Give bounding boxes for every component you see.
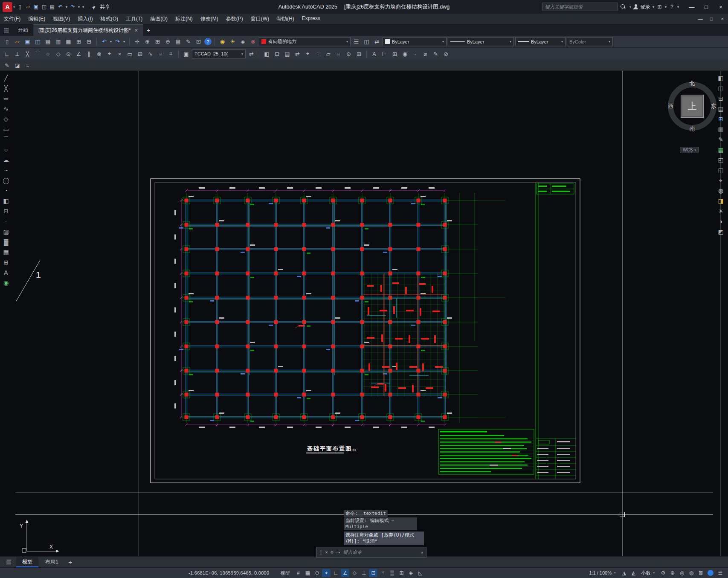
cli-customize-icon[interactable]: ⚙	[331, 549, 334, 555]
autoscale-icon[interactable]: ◭	[629, 569, 638, 577]
publish-icon[interactable]: ▦	[64, 37, 73, 46]
isodraft-toggle[interactable]: ◇	[350, 569, 359, 577]
command-input[interactable]	[343, 549, 418, 555]
cli-expand-history-icon[interactable]: ▴	[421, 549, 423, 555]
snap-angle-icon[interactable]: ∠	[74, 49, 83, 58]
cart-icon[interactable]: ⊞	[655, 3, 664, 11]
edit-attribute-icon[interactable]: ▤	[283, 49, 292, 58]
designcenter-icon[interactable]: ◰	[716, 155, 726, 165]
purge-icon[interactable]: ⊘	[441, 49, 450, 58]
annotation-monitor-icon[interactable]: ⊚	[668, 569, 677, 577]
menu-item-9[interactable]: 参数(P)	[222, 14, 247, 24]
ortho-mode-toggle[interactable]: ∟	[331, 569, 340, 577]
snap-arc-icon[interactable]: ⌒	[33, 49, 42, 58]
tool-palettes-icon[interactable]: ▦	[716, 145, 726, 154]
match-properties-icon[interactable]: ≈	[23, 61, 32, 70]
lineweight-display-toggle[interactable]: ≡	[378, 569, 387, 577]
object-snap-toggle[interactable]: ⊡	[369, 569, 377, 577]
tab-layout1[interactable]: 布局1	[39, 557, 64, 567]
3d-osnap-toggle[interactable]: ◈	[406, 569, 415, 577]
layer-previous-icon[interactable]: ⇄	[372, 37, 381, 46]
polyline-tool-icon[interactable]: ∿	[1, 104, 11, 113]
doc-restore-icon[interactable]: □	[706, 14, 717, 23]
viewport-icon[interactable]: ⊡	[194, 37, 203, 46]
dimstyle-dropdown[interactable]: TCCAD_25_10( ▾	[192, 49, 246, 58]
share-button[interactable]: ➤ 共享	[90, 3, 110, 11]
lights-panel-icon[interactable]: ☀	[716, 206, 726, 216]
rectangle-tool-icon[interactable]: ▭	[1, 125, 11, 134]
menu-item-6[interactable]: 绘图(D)	[146, 14, 171, 24]
plot-icon[interactable]: ▤	[44, 37, 52, 46]
qat-plot-icon[interactable]: ▤	[48, 3, 56, 11]
snap-quadrant-icon[interactable]: ◇	[54, 49, 63, 58]
markup-icon[interactable]: ✎	[184, 37, 193, 46]
sun-panel-icon[interactable]: ◑	[716, 217, 726, 226]
redo-caret-icon[interactable]: ▾	[122, 37, 126, 46]
lineweight-dropdown[interactable]: ByLayer ▾	[515, 37, 566, 46]
isolate-objects-icon[interactable]: ◎	[678, 569, 686, 577]
snap-center-icon[interactable]: ○	[44, 49, 52, 58]
measure-panel-icon[interactable]: ⌖	[716, 176, 726, 185]
layer-lock-icon[interactable]: ◈	[238, 37, 247, 46]
viewport-scale-dropdown[interactable]: 1:1 / 100% ▾	[586, 570, 619, 575]
list-icon[interactable]: ≡	[334, 49, 343, 58]
command-line-panel[interactable]: 命令: _textedit 当前设置: 编辑模式 = Multiple 选择注释…	[316, 510, 426, 558]
file-tabs-menu-icon[interactable]: ☰	[0, 25, 13, 35]
infer-constraints-toggle[interactable]: ⊙	[313, 569, 321, 577]
snap-tangent-icon[interactable]: ⊙	[64, 49, 73, 58]
grid-display-toggle[interactable]: #	[294, 569, 302, 577]
menu-item-2[interactable]: 视图(V)	[49, 14, 74, 24]
new-layout-button[interactable]: +	[65, 558, 75, 567]
create-block-icon[interactable]: ⊡	[273, 49, 281, 58]
region-tool-icon[interactable]: ▦	[1, 247, 11, 257]
snap-parallel-icon[interactable]: ∥	[84, 49, 93, 58]
pan-icon[interactable]: ✛	[133, 37, 142, 46]
qat-redo-caret-icon[interactable]: ▾	[77, 3, 81, 11]
ellipse-arc-tool-icon[interactable]: ◔	[1, 186, 11, 195]
dynamic-input-toggle[interactable]: ⌖	[322, 569, 331, 577]
tab-start[interactable]: 开始	[13, 24, 33, 36]
snap-node-icon[interactable]: ⌖	[105, 49, 114, 58]
hardware-acceleration-icon[interactable]: ◍	[687, 569, 696, 577]
qnew-icon[interactable]: ▯	[3, 37, 12, 46]
circle-tool-icon[interactable]: ○	[1, 145, 11, 154]
menu-item-12[interactable]: Express	[298, 14, 324, 24]
new-tab-button[interactable]: +	[143, 26, 154, 35]
table-style-icon[interactable]: ⊞	[390, 49, 399, 58]
units-dropdown[interactable]: 小数 ▾	[638, 570, 658, 576]
materials-panel-icon[interactable]: ◨	[716, 196, 726, 206]
quickcalc-icon[interactable]: ⊞	[354, 49, 363, 58]
revcloud-tool-icon[interactable]: ☁	[1, 155, 11, 165]
menu-item-3[interactable]: 插入(I)	[74, 14, 96, 24]
wcs-dropdown[interactable]: WCS ▾	[680, 147, 699, 153]
snap-intersection-icon[interactable]: ╳	[23, 49, 32, 58]
xline-tool-icon[interactable]: ╳	[1, 84, 11, 93]
menu-item-1[interactable]: 编辑(E)	[24, 14, 49, 24]
model-space-indicator[interactable]: 模型	[280, 570, 290, 576]
linetype-dropdown[interactable]: ByLayer ▾	[448, 37, 514, 46]
transparency-toggle[interactable]: ▒	[388, 569, 396, 577]
clean-screen-icon[interactable]: ⊠	[696, 569, 705, 577]
object-snap-tracking-toggle[interactable]: ⊥	[360, 569, 368, 577]
annotation-visibility-icon[interactable]: ◮	[620, 569, 628, 577]
search-icon[interactable]	[621, 4, 626, 10]
help-button[interactable]: ?	[204, 38, 212, 45]
tab-active-document[interactable]: [重庆]26层框支剪力墙商住楼结构设计图* ✕	[33, 24, 143, 36]
insert-block-tool-icon[interactable]: ◧	[1, 196, 11, 206]
snap-endpoint-icon[interactable]: ∟	[3, 49, 12, 58]
signin-caret-icon[interactable]: ▾	[651, 3, 655, 11]
search-caret-icon[interactable]: ▾	[629, 5, 631, 9]
make-block-tool-icon[interactable]: ⊡	[1, 206, 11, 216]
text-tool-icon[interactable]: A	[1, 268, 11, 277]
snap-grid-icon[interactable]: ⌗	[166, 49, 175, 58]
menu-item-10[interactable]: 窗口(W)	[247, 14, 273, 24]
cli-recent-commands-icon[interactable]: ▭▾	[336, 550, 341, 555]
dim-style-icon[interactable]: ⊢	[380, 49, 389, 58]
compass-east-label[interactable]: 东	[709, 102, 718, 110]
plotstyle-dropdown[interactable]: ByColor ▾	[567, 37, 613, 46]
layer-match-icon[interactable]: ◫	[362, 37, 371, 46]
point-tool-icon[interactable]: ·	[1, 217, 11, 226]
image-adjust-icon[interactable]: ◪	[13, 61, 22, 70]
copy-clip-icon[interactable]: ⊞	[74, 37, 83, 46]
layer-on-icon[interactable]: ◉	[218, 37, 227, 46]
